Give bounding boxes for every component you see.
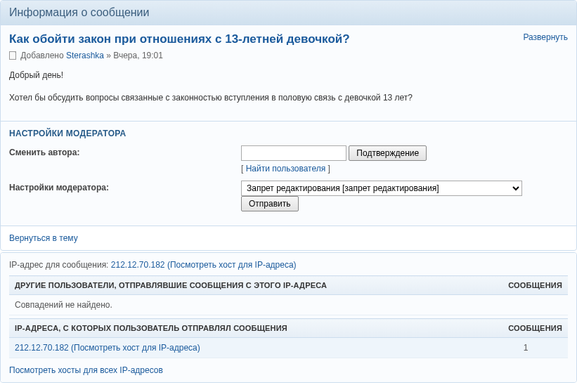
message-info-panel: Информация о сообщении Развернуть Как об…: [0, 0, 577, 251]
back-link-row: Вернуться в тему: [1, 226, 576, 250]
change-author-label: Сменить автора:: [9, 145, 241, 157]
moderator-section: НАСТРОЙКИ МОДЕРАТОРА Сменить автора: Под…: [1, 122, 576, 226]
mod-settings-controls: Запрет редактирования [запрет редактиров…: [241, 181, 568, 211]
user-ips-table: IP-АДРЕСА, С КОТОРЫХ ПОЛЬЗОВАТЕЛЬ ОТПРАВ…: [9, 318, 568, 358]
ip-info-body: IP-адрес для сообщения: 212.12.70.182 (П…: [1, 253, 576, 382]
panel-title: Информация о сообщении: [1, 1, 576, 25]
messages-header: СООБЩЕНИЯ: [484, 276, 568, 295]
ip-address-link[interactable]: 212.12.70.182 (Посмотреть хост для IP-ад…: [111, 260, 297, 270]
post-body: Добрый день! Хотел бы обсудить вопросы с…: [9, 69, 568, 104]
post-section: Развернуть Как обойти закон при отношени…: [1, 25, 576, 121]
ip-info-panel: IP-адрес для сообщения: 212.12.70.182 (П…: [0, 252, 577, 383]
author-link[interactable]: Sterashka: [66, 51, 104, 60]
table-header-row: IP-АДРЕСА, С КОТОРЫХ ПОЛЬЗОВАТЕЛЬ ОТПРАВ…: [9, 319, 568, 338]
confirm-button[interactable]: Подтверждение: [349, 145, 427, 161]
page-icon: [9, 51, 16, 60]
all-hosts-row: Посмотреть хосты для всех IP-адресов: [9, 365, 568, 375]
mod-settings-label: Настройки модератора:: [9, 181, 241, 192]
bracket-open: [: [241, 164, 246, 174]
back-to-topic-link[interactable]: Вернуться в тему: [9, 233, 78, 243]
table-row: Совпадений не найдено.: [9, 295, 568, 315]
no-matches-cell: Совпадений не найдено.: [9, 295, 568, 315]
post-title-link[interactable]: Как обойти закон при отношениях с 13-лет…: [9, 32, 350, 46]
change-author-controls: Подтверждение [ Найти пользователя ]: [241, 145, 568, 174]
post-paragraph: Добрый день!: [9, 69, 568, 81]
other-users-table: ДРУГИЕ ПОЛЬЗОВАТЕЛИ, ОТПРАВЛЯВШИЕ СООБЩЕ…: [9, 275, 568, 315]
bracket-close: ]: [325, 164, 330, 174]
mod-settings-select[interactable]: Запрет редактирования [запрет редактиров…: [241, 181, 522, 196]
change-author-row: Сменить автора: Подтверждение [ Найти по…: [9, 145, 568, 174]
ip-row-link[interactable]: 212.12.70.182 (Посмотреть хост для IP-ад…: [15, 343, 200, 353]
find-user-link[interactable]: Найти пользователя: [246, 164, 326, 174]
other-users-header: ДРУГИЕ ПОЛЬЗОВАТЕЛИ, ОТПРАВЛЯВШИЕ СООБЩЕ…: [9, 276, 484, 295]
post-paragraph: Хотел бы обсудить вопросы связанные с за…: [9, 91, 568, 104]
expand-link[interactable]: Развернуть: [523, 32, 568, 42]
ip-label: IP-адрес для сообщения:: [9, 260, 111, 270]
ip-row-count: 1: [484, 338, 568, 358]
post-title-row: Развернуть Как обойти закон при отношени…: [9, 32, 568, 46]
all-hosts-link[interactable]: Посмотреть хосты для всех IP-адресов: [9, 365, 163, 375]
ip-line: IP-адрес для сообщения: 212.12.70.182 (П…: [9, 260, 568, 270]
change-author-input[interactable]: [241, 145, 346, 161]
find-user-row: [ Найти пользователя ]: [241, 164, 568, 174]
table-row: 212.12.70.182 (Посмотреть хост для IP-ад…: [9, 338, 568, 358]
messages-header: СООБЩЕНИЯ: [484, 319, 568, 338]
table-header-row: ДРУГИЕ ПОЛЬЗОВАТЕЛИ, ОТПРАВЛЯВШИЕ СООБЩЕ…: [9, 276, 568, 295]
user-ips-header: IP-АДРЕСА, С КОТОРЫХ ПОЛЬЗОВАТЕЛЬ ОТПРАВ…: [9, 319, 484, 338]
ip-row-cell: 212.12.70.182 (Посмотреть хост для IP-ад…: [9, 338, 484, 358]
added-prefix: Добавлено: [20, 51, 66, 60]
send-button[interactable]: Отправить: [241, 196, 299, 211]
moderator-heading: НАСТРОЙКИ МОДЕРАТОРА: [9, 129, 568, 138]
mod-settings-row: Настройки модератора: Запрет редактирова…: [9, 181, 568, 211]
meta-suffix: » Вчера, 19:01: [104, 51, 163, 60]
post-meta: Добавлено Sterashka » Вчера, 19:01: [9, 51, 568, 60]
